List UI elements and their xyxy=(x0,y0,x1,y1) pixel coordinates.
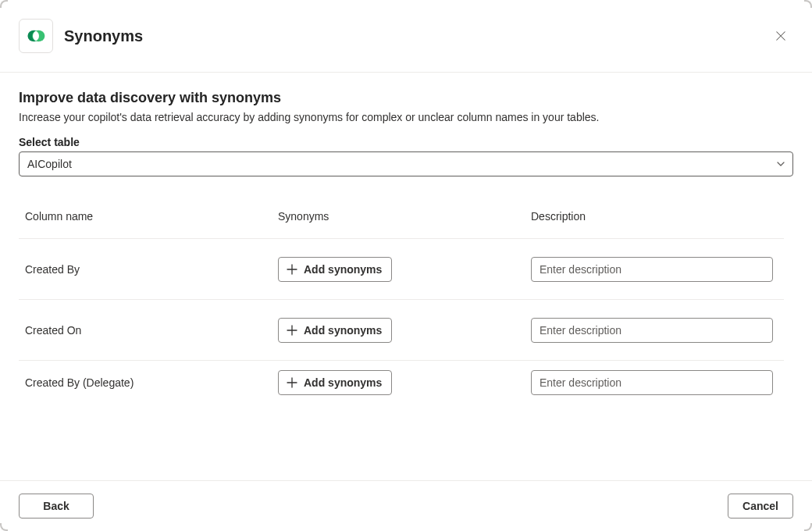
dialog-body: Improve data discovery with synonyms Inc… xyxy=(0,73,812,480)
select-table-field[interactable]: AICopilot xyxy=(19,151,793,176)
add-synonyms-button[interactable]: Add synonyms xyxy=(278,257,392,282)
description-input[interactable] xyxy=(531,257,773,282)
plus-icon xyxy=(287,377,297,388)
column-name-cell: Created On xyxy=(25,324,272,337)
cancel-button[interactable]: Cancel xyxy=(728,494,793,519)
plus-icon xyxy=(287,325,297,336)
logo-tile xyxy=(19,19,53,53)
select-table-label: Select table xyxy=(19,136,793,148)
table-row: Created On Add synonyms xyxy=(19,300,784,361)
back-button[interactable]: Back xyxy=(19,494,94,519)
table-header-row: Column name Synonyms Description xyxy=(19,194,784,239)
add-synonyms-label: Add synonyms xyxy=(304,376,382,389)
add-synonyms-button[interactable]: Add synonyms xyxy=(278,370,392,395)
columns-table: Column name Synonyms Description Created… xyxy=(19,194,793,480)
column-name-cell: Created By xyxy=(25,263,272,276)
column-name-cell: Created By (Delegate) xyxy=(25,376,272,389)
close-button[interactable] xyxy=(768,23,793,48)
dialog-footer: Back Cancel xyxy=(0,480,812,531)
table-row: Created By Add synonyms xyxy=(19,239,784,300)
add-synonyms-button[interactable]: Add synonyms xyxy=(278,318,392,343)
col-header-description: Description xyxy=(531,210,778,223)
col-header-name: Column name xyxy=(25,210,272,223)
table-row: Created By (Delegate) Add synonyms xyxy=(19,361,784,404)
description-input[interactable] xyxy=(531,318,773,343)
dialog-title: Synonyms xyxy=(64,27,143,45)
add-synonyms-label: Add synonyms xyxy=(304,263,382,276)
close-icon xyxy=(775,30,786,41)
dataverse-logo-icon xyxy=(26,26,46,46)
chevron-down-icon xyxy=(776,159,785,169)
add-synonyms-label: Add synonyms xyxy=(304,324,382,337)
dialog-header: Synonyms xyxy=(0,0,812,73)
synonyms-dialog: Synonyms Improve data discovery with syn… xyxy=(0,0,812,531)
plus-icon xyxy=(287,264,297,275)
description-input[interactable] xyxy=(531,370,773,395)
col-header-synonyms: Synonyms xyxy=(278,210,525,223)
page-heading: Improve data discovery with synonyms xyxy=(19,90,793,106)
page-subheading: Increase your copilot's data retrieval a… xyxy=(19,111,793,123)
select-table-value[interactable]: AICopilot xyxy=(19,151,793,176)
